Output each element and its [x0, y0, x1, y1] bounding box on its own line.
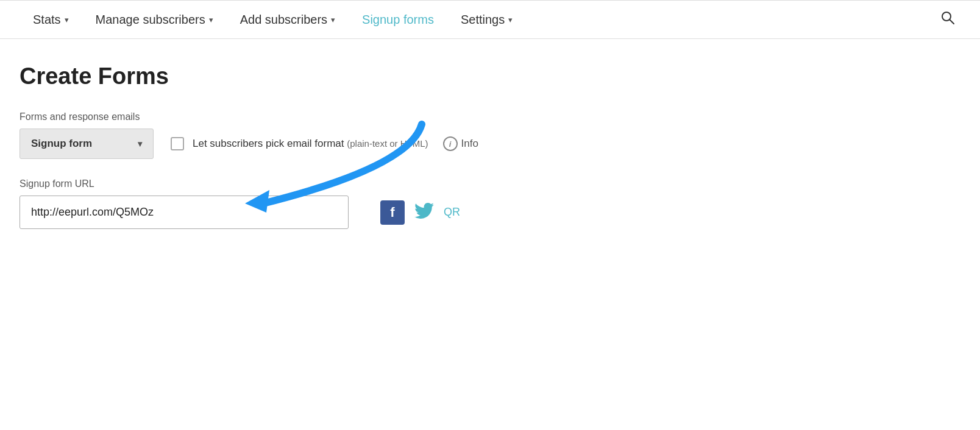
stats-label: Stats [33, 13, 61, 27]
nav-item-stats[interactable]: Stats ▾ [20, 1, 82, 38]
forms-section-label: Forms and response emails [20, 111, 960, 122]
twitter-icon[interactable] [414, 202, 434, 223]
add-subscribers-label: Add subscribers [240, 13, 327, 27]
checkbox-main-text: Let subscribers pick email format [193, 138, 344, 149]
info-badge[interactable]: i Info [443, 136, 478, 151]
email-format-checkbox-row: Let subscribers pick email format (plain… [171, 136, 478, 151]
signup-form-url-input[interactable] [20, 196, 349, 229]
checkbox-label: Let subscribers pick email format (plain… [193, 138, 428, 150]
facebook-icon[interactable]: f [380, 200, 405, 225]
info-label: Info [461, 138, 478, 150]
search-icon[interactable] [935, 11, 960, 28]
nav-item-settings[interactable]: Settings ▾ [447, 1, 526, 38]
nav-item-add-subscribers[interactable]: Add subscribers ▾ [227, 1, 349, 38]
info-circle-icon: i [443, 136, 458, 151]
url-section-label: Signup form URL [20, 178, 960, 189]
page-title: Create Forms [20, 63, 960, 90]
svg-line-1 [950, 20, 954, 24]
nav-item-manage-subscribers[interactable]: Manage subscribers ▾ [82, 1, 227, 38]
nav-item-signup-forms[interactable]: Signup forms [349, 1, 447, 38]
form-type-chevron-icon: ▾ [138, 139, 142, 149]
stats-chevron-icon: ▾ [65, 15, 69, 24]
main-content: Create Forms Forms and response emails S… [0, 39, 980, 253]
email-format-checkbox[interactable] [171, 137, 184, 150]
signup-forms-label: Signup forms [362, 13, 434, 27]
manage-subscribers-chevron-icon: ▾ [209, 15, 213, 24]
settings-label: Settings [461, 13, 505, 27]
qr-label[interactable]: QR [444, 206, 460, 219]
settings-chevron-icon: ▾ [508, 15, 513, 24]
manage-subscribers-label: Manage subscribers [96, 13, 205, 27]
form-type-dropdown-value: Signup form [31, 138, 92, 150]
url-section: Signup form URL f [20, 178, 960, 229]
add-subscribers-chevron-icon: ▾ [331, 15, 335, 24]
form-type-row: Signup form ▾ Let subscribers pick email… [20, 129, 960, 159]
checkbox-sub-text: (plain-text or HTML) [347, 138, 428, 149]
social-icons: f QR [380, 200, 460, 225]
form-type-dropdown[interactable]: Signup form ▾ [20, 129, 154, 159]
url-row: f QR [20, 196, 960, 229]
top-navigation: Stats ▾ Manage subscribers ▾ Add subscri… [0, 0, 980, 39]
